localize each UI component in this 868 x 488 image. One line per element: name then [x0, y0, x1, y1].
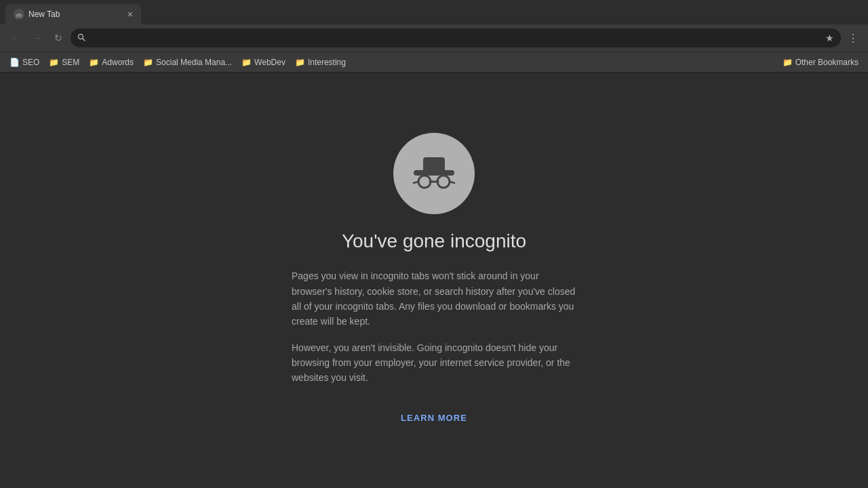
- bookmark-sem-label: SEM: [62, 58, 79, 67]
- bookmark-other[interactable]: 📁 Other Bookmarks: [778, 56, 863, 69]
- tab-close-button[interactable]: ×: [127, 9, 133, 20]
- address-input-wrapper: ★: [71, 28, 841, 47]
- forward-icon: →: [32, 33, 41, 43]
- bookmark-social-icon: 📁: [143, 58, 153, 67]
- reload-button[interactable]: ↻: [49, 28, 68, 47]
- tab-title: New Tab: [28, 9, 122, 19]
- back-button[interactable]: ←: [5, 28, 24, 47]
- back-icon: ←: [10, 33, 20, 43]
- bookmark-webdev-label: WebDev: [254, 58, 285, 67]
- search-icon: [77, 33, 85, 43]
- incognito-icon-circle: [393, 133, 475, 214]
- incognito-paragraph-2: However, you aren't invisible. Going inc…: [292, 340, 576, 386]
- address-bar-row: ← → ↻ ★ ⋮: [0, 24, 868, 52]
- incognito-heading: You've gone incognito: [342, 230, 526, 252]
- bookmark-interesting-label: Interesting: [308, 58, 346, 67]
- bookmark-social-label: Social Media Mana...: [156, 58, 232, 67]
- bookmark-interesting[interactable]: 📁 Interesting: [291, 56, 350, 69]
- tab-bar: New Tab ×: [0, 0, 868, 24]
- forward-button[interactable]: →: [27, 28, 46, 47]
- bookmark-other-icon: 📁: [783, 58, 793, 67]
- bookmark-webdev-icon: 📁: [241, 58, 252, 67]
- bookmarks-bar: 📄 SEO 📁 SEM 📁 Adwords 📁 Social Media Man…: [0, 52, 868, 72]
- main-content: You've gone incognito Pages you view in …: [0, 73, 868, 488]
- bookmark-star-icon[interactable]: ★: [825, 33, 834, 43]
- bookmark-adwords[interactable]: 📁 Adwords: [85, 56, 138, 69]
- learn-more-button[interactable]: LEARN MORE: [390, 407, 478, 428]
- svg-rect-8: [423, 157, 445, 172]
- bookmark-social[interactable]: 📁 Social Media Mana...: [139, 56, 236, 69]
- active-tab[interactable]: New Tab ×: [5, 4, 141, 24]
- svg-point-11: [418, 176, 431, 188]
- bookmark-seo[interactable]: 📄 SEO: [5, 56, 43, 69]
- svg-line-6: [83, 38, 85, 40]
- bookmark-webdev[interactable]: 📁 WebDev: [237, 56, 290, 69]
- incognito-paragraph-1: Pages you view in incognito tabs won't s…: [292, 268, 576, 329]
- address-input[interactable]: [90, 33, 821, 43]
- menu-button[interactable]: ⋮: [844, 28, 863, 47]
- bookmark-sem[interactable]: 📁 SEM: [45, 56, 83, 69]
- reload-icon: ↻: [54, 33, 62, 43]
- incognito-hat-glasses-icon: [410, 149, 458, 198]
- tab-incognito-icon: [14, 9, 24, 20]
- bookmark-seo-label: SEO: [22, 58, 39, 67]
- bookmark-other-label: Other Bookmarks: [795, 58, 859, 67]
- browser-chrome: New Tab × ← → ↻ ★ ⋮: [0, 0, 868, 73]
- menu-icon: ⋮: [848, 32, 859, 45]
- bookmark-adwords-icon: 📁: [89, 58, 99, 67]
- svg-rect-9: [414, 170, 454, 176]
- svg-point-12: [437, 176, 450, 188]
- bookmark-seo-icon: 📄: [9, 58, 20, 67]
- incognito-body: Pages you view in incognito tabs won't s…: [292, 268, 576, 386]
- bookmark-adwords-label: Adwords: [102, 58, 134, 67]
- bookmark-sem-icon: 📁: [49, 58, 59, 67]
- bookmark-interesting-icon: 📁: [295, 58, 305, 67]
